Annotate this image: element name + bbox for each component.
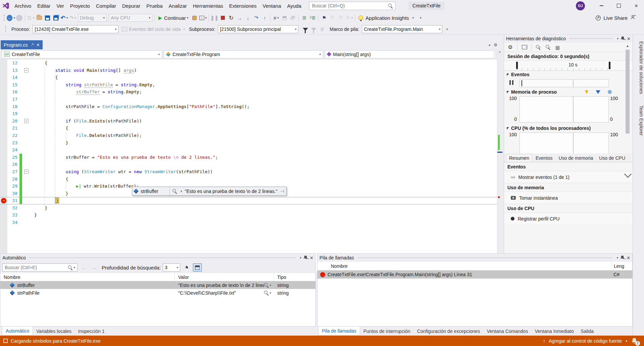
breakpoint-margin[interactable]	[0, 139, 7, 147]
side-tab-explorador-de-soluciones[interactable]: Explorador de soluciones	[633, 37, 644, 99]
outline-margin[interactable]	[22, 211, 30, 219]
callstack-title-bar[interactable]: Pila de llamadas ▾ ✕	[317, 254, 632, 262]
code-text[interactable]: }	[30, 204, 497, 212]
filter-flagged-button[interactable]	[309, 25, 318, 33]
collapse-region-icon[interactable]: −	[24, 169, 29, 174]
col-valor[interactable]: Valor	[175, 273, 274, 281]
outline-margin[interactable]	[22, 176, 30, 183]
code-line-31[interactable]: →31}	[0, 197, 497, 204]
outline-margin[interactable]	[22, 183, 30, 190]
new-file-button[interactable]: 🗋▾	[27, 14, 35, 22]
code-line-13[interactable]: 13−static void Main(string[] args)	[0, 67, 497, 74]
code-text[interactable]: {	[30, 176, 497, 183]
code-text[interactable]: strBuffer = "Esto es una prueba de texto…	[30, 154, 497, 161]
datatip-magnifier-icon[interactable]	[172, 189, 177, 193]
lifecycle-events-button[interactable]: Eventos del ciclo de vida▾	[122, 27, 185, 32]
minimize-button[interactable]	[594, 0, 609, 11]
diagnostics-scrollbar[interactable]: ▲	[625, 44, 630, 171]
step-over-button[interactable]: ↷	[252, 14, 260, 22]
reset-view-button[interactable]	[554, 43, 562, 51]
feedback-button[interactable]	[630, 14, 636, 21]
outline-margin[interactable]	[22, 190, 30, 197]
outline-margin[interactable]	[22, 132, 30, 139]
summary-link-registrar-perfil-cpu[interactable]: Registrar perfil CPU	[504, 212, 633, 225]
code-text[interactable]: string strPathFile = string.Empty,	[30, 81, 497, 89]
code-text[interactable]: if (File.Exists(strPathFile))	[30, 117, 497, 125]
outline-margin[interactable]	[22, 110, 30, 117]
code-line-26[interactable]: 26	[0, 161, 497, 168]
code-line-22[interactable]: 22File.Delete(strPathFile);	[0, 132, 497, 139]
autos-row-strpathfile[interactable]: strPathFile"C:\\Devel\\CSharp\\File.txt"…	[0, 289, 315, 297]
indent-increase-button[interactable]: ²≣	[308, 14, 317, 22]
filter-threads-button[interactable]	[301, 25, 309, 33]
diagnostics-window-button[interactable]: 🗗	[289, 14, 297, 22]
breakpoint-margin[interactable]	[0, 59, 7, 67]
code-line-25[interactable]: 25strBuffer = "Esto es una prueba de tex…	[0, 154, 497, 161]
suspend-threads-button[interactable]: ⊄	[318, 25, 326, 33]
navigate-forward-button[interactable]: →	[15, 14, 23, 22]
code-line-17[interactable]: 17	[0, 96, 497, 103]
platform-dropdown[interactable]: Any CPU▾	[109, 14, 152, 22]
float-window-icon[interactable]: ⚙	[494, 43, 497, 47]
outline-margin[interactable]	[22, 125, 30, 132]
tab-salida[interactable]: Salida	[577, 327, 597, 336]
timeline-ruler[interactable]: 10 s	[504, 61, 633, 71]
continue-button[interactable]: ▶ Continuar▾	[156, 15, 190, 21]
toolbar-grip[interactable]	[4, 15, 5, 21]
breakpoint-margin[interactable]	[0, 117, 7, 125]
visualizer-magnifier-icon[interactable]	[264, 283, 268, 287]
breakpoint-margin[interactable]	[0, 67, 7, 74]
save-button[interactable]	[43, 14, 52, 22]
pause-button[interactable]: ❚❚	[210, 14, 218, 22]
code-text[interactable]: using (StreamWriter wtr = new StreamWrit…	[30, 168, 497, 176]
autos-search-input[interactable]: Buscar (Ctrl+E) ▾	[2, 263, 78, 271]
breakpoint-margin[interactable]	[0, 96, 7, 103]
code-line-28[interactable]: 28{	[0, 176, 497, 183]
code-text[interactable]: File.Delete(strPathFile);	[30, 132, 497, 139]
thread-dropdown[interactable]: [21500] Subproceso principal▾	[218, 25, 298, 33]
attach-process-button[interactable]	[190, 14, 199, 22]
tab-puntos-de-interrupci-n[interactable]: Puntos de interrupción	[360, 327, 414, 336]
indent-decrease-button[interactable]: ≣	[300, 14, 308, 22]
toggle-bookmark-button[interactable]: ⚑	[320, 14, 328, 22]
breakpoint-margin[interactable]	[0, 176, 7, 183]
col-lenguaje[interactable]: Leng	[611, 262, 632, 270]
window-position-dropdown[interactable]: ▾	[617, 256, 618, 259]
callstack-column-headers[interactable]: Nombre Leng	[317, 262, 632, 270]
outline-margin[interactable]	[22, 88, 30, 96]
settings-gear-button[interactable]: ⚙	[506, 43, 514, 51]
menu-herramientas[interactable]: Herramientas	[190, 0, 226, 11]
code-text[interactable]: {	[30, 125, 497, 132]
breakpoint-indicator[interactable]: →	[0, 197, 7, 204]
menu-ver[interactable]: Ver	[53, 0, 67, 11]
events-section-header[interactable]: Eventos	[504, 71, 633, 78]
menu-extensiones[interactable]: Extensiones	[226, 0, 260, 11]
datatip-strbuffer[interactable]: strBuffer ▾ "Esto es una prueba de texto…	[132, 187, 287, 196]
code-text[interactable]: strBuffer = string.Empty;	[30, 88, 497, 96]
pin-panel-icon[interactable]	[304, 256, 307, 260]
code-line-12[interactable]: 12{	[0, 59, 497, 67]
code-text[interactable]: {	[30, 59, 497, 67]
scroll-up-arrow[interactable]: ▲	[497, 49, 502, 54]
stop-button[interactable]	[218, 14, 227, 22]
pin-tab-icon[interactable]: ⊤	[29, 42, 35, 48]
diag-tab-uso-de-cpu[interactable]: Uso de CPU	[596, 154, 628, 162]
side-tab-team-explorer[interactable]: Team Explorer	[633, 101, 644, 140]
code-text[interactable]: strPathFile = ConfigurationManager.AppSe…	[30, 103, 497, 110]
breakpoint-margin[interactable]	[0, 154, 7, 161]
callstack-frame[interactable]: →CreateTxtFile.exe!CreateTxtFile.Program…	[317, 270, 632, 279]
code-line-27[interactable]: 27−using (StreamWriter wtr = new StreamW…	[0, 168, 497, 176]
pin-panel-icon[interactable]	[621, 37, 625, 41]
code-text[interactable]	[30, 96, 497, 103]
zoom-in-button[interactable]: +	[534, 43, 543, 51]
export-button[interactable]	[520, 43, 529, 51]
code-text[interactable]: {	[30, 74, 497, 81]
code-text[interactable]: }	[30, 211, 497, 219]
tab-inspecci-n-1[interactable]: Inspección 1	[75, 327, 108, 336]
toolbar-overflow-button[interactable]: ▾	[416, 14, 424, 22]
code-line-16[interactable]: 16strBuffer = string.Empty;	[0, 88, 497, 96]
breakpoint-current-icon[interactable]: →	[1, 198, 6, 203]
cpu-section-header[interactable]: CPU (% de todos los procesadores)	[504, 125, 633, 132]
parallel-stacks-button[interactable]: ⬒	[280, 14, 289, 22]
code-line-33[interactable]: 33}	[0, 211, 497, 219]
